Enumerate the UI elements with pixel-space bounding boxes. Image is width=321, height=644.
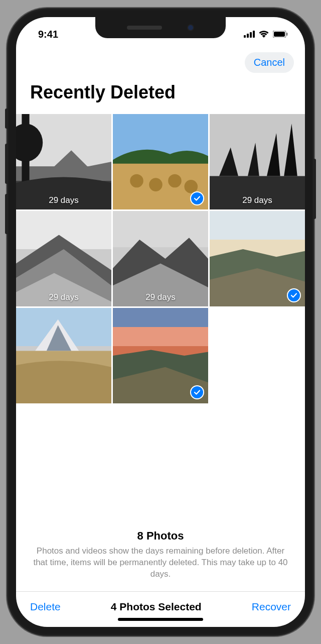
photo-thumbnail[interactable]: 29 days (16, 114, 111, 209)
svg-rect-35 (113, 308, 208, 327)
summary-section: 8 Photos Photos and videos show the days… (16, 521, 305, 591)
recover-button[interactable]: Recover (252, 601, 291, 613)
page-title: Recently Deleted (16, 78, 305, 114)
photo-grid: 29 days 29 days 29 days 29 days (16, 114, 305, 403)
days-remaining-label: 29 days (16, 195, 111, 205)
days-remaining-label: 29 days (210, 195, 305, 205)
delete-button[interactable]: Delete (30, 601, 61, 613)
volume-down-button (5, 194, 8, 234)
svg-point-15 (149, 178, 163, 191)
svg-rect-2 (250, 32, 252, 38)
wifi-icon (258, 29, 269, 40)
checkmark-icon (190, 191, 204, 205)
screen: 9:41 Cancel Recently Deleted 29 days (16, 17, 305, 627)
notch (95, 17, 226, 38)
svg-rect-24 (113, 211, 208, 247)
photo-thumbnail[interactable]: 29 days (113, 211, 208, 306)
svg-rect-6 (286, 33, 288, 36)
svg-rect-1 (247, 34, 249, 38)
nav-bar: Cancel (16, 43, 305, 78)
days-remaining-label: 29 days (113, 292, 208, 302)
checkmark-icon (190, 385, 204, 399)
photo-thumbnail[interactable] (113, 114, 208, 209)
photo-thumbnail[interactable]: 29 days (16, 211, 111, 306)
days-remaining-label: 29 days (16, 292, 111, 302)
svg-rect-0 (244, 35, 246, 38)
photo-thumbnail[interactable] (210, 211, 305, 306)
battery-icon (273, 29, 288, 40)
svg-rect-36 (113, 327, 208, 346)
cellular-icon (244, 29, 255, 40)
selection-count: 4 Photos Selected (111, 601, 202, 613)
svg-point-14 (130, 174, 143, 188)
photo-thumbnail[interactable] (16, 308, 111, 403)
status-time: 9:41 (38, 29, 58, 40)
deletion-notice: Photos and videos show the days remainin… (31, 546, 290, 580)
photo-thumbnail[interactable]: 29 days (210, 114, 305, 209)
power-button (313, 159, 316, 219)
svg-rect-5 (274, 32, 285, 37)
svg-point-16 (168, 174, 182, 188)
device-frame: 9:41 Cancel Recently Deleted 29 days (7, 8, 314, 636)
svg-rect-27 (210, 211, 305, 240)
mute-switch (5, 109, 8, 129)
bottom-toolbar: Delete 4 Photos Selected Recover (16, 591, 305, 627)
checkmark-icon (287, 288, 301, 302)
cancel-button[interactable]: Cancel (245, 52, 294, 73)
home-indicator[interactable] (118, 618, 203, 621)
volume-up-button (5, 144, 8, 184)
photo-thumbnail[interactable] (113, 308, 208, 403)
photo-count: 8 Photos (31, 529, 290, 543)
svg-rect-3 (253, 31, 255, 38)
